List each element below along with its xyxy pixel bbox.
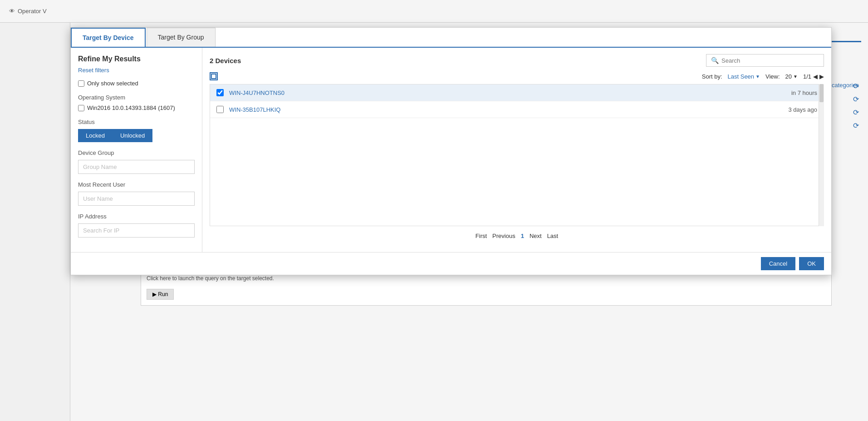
click-to-launch-label: Click here to launch the query on the ta…: [147, 275, 826, 282]
scrollbar-thumb: [819, 84, 824, 102]
os-section-label: Operating System: [78, 94, 195, 101]
view-label: View:: [765, 73, 780, 80]
device-name-2: WIN-35B107LHKIQ: [229, 106, 788, 113]
device-row[interactable]: WIN-J4U7HNOTNS0 in 7 hours: [210, 84, 824, 101]
device-checkbox-2[interactable]: [216, 106, 224, 113]
results-header: 2 Devices 🔍: [210, 54, 824, 67]
run-arrow-icon: ▶: [152, 291, 157, 297]
sort-view-controls: Sort by: Last Seen ▼ View: 20 ▼ 1/1 ◀ ▶: [702, 73, 824, 80]
next-page-link[interactable]: Next: [530, 233, 542, 239]
svg-rect-0: [211, 74, 216, 79]
sidebar: [0, 23, 70, 421]
checkbox-square-icon: [211, 74, 216, 79]
sort-value: Last Seen: [728, 73, 755, 80]
first-page-link[interactable]: First: [476, 233, 487, 239]
locked-button[interactable]: Locked: [78, 129, 113, 142]
target-device-modal: Target By Device Target By Group Refine …: [70, 27, 832, 275]
current-page-link[interactable]: 1: [521, 233, 524, 239]
prev-page-icon[interactable]: ◀: [813, 73, 818, 80]
tab-target-by-group[interactable]: Target By Group: [147, 28, 216, 47]
view-dropdown[interactable]: 20 ▼: [785, 73, 798, 80]
search-for-ip-input[interactable]: [78, 223, 195, 238]
os-checkbox[interactable]: [78, 105, 84, 111]
device-name-1: WIN-J4U7HNOTNS0: [229, 89, 791, 96]
tab-target-by-device[interactable]: Target By Device: [71, 28, 146, 47]
previous-page-link[interactable]: Previous: [492, 233, 515, 239]
user-name-input[interactable]: [78, 192, 195, 206]
refresh-icon-2[interactable]: ⟳: [853, 95, 859, 104]
modal-body: Refine My Results Reset filters Only sho…: [71, 48, 831, 252]
ok-button[interactable]: OK: [799, 257, 824, 270]
search-input[interactable]: [721, 57, 819, 64]
device-time-1: in 7 hours: [791, 89, 817, 96]
results-panel: 2 Devices 🔍 Sort by: Last Seen ▼: [202, 48, 831, 252]
next-page-icon[interactable]: ▶: [819, 73, 824, 80]
status-section-label: Status: [78, 119, 195, 125]
results-controls: Sort by: Last Seen ▼ View: 20 ▼ 1/1 ◀ ▶: [210, 72, 824, 80]
view-value: 20: [785, 73, 792, 80]
filter-title: Refine My Results: [78, 55, 195, 63]
top-bar: 👁 Operator V: [0, 0, 868, 23]
modal-footer: Cancel OK: [71, 252, 831, 275]
device-list-container: WIN-J4U7HNOTNS0 in 7 hours WIN-35B107LHK…: [210, 84, 824, 226]
refresh-icon-3[interactable]: ⟳: [853, 108, 859, 117]
results-count: 2 Devices: [210, 57, 241, 64]
scrollbar[interactable]: [819, 84, 824, 226]
group-name-input[interactable]: [78, 160, 195, 174]
pagination-label: 1/1: [803, 73, 811, 80]
refresh-icons-area: ⟳ ⟳ ⟳ ⟳: [853, 82, 859, 130]
only-show-label: Only show selected: [87, 80, 138, 87]
select-all-checkbox[interactable]: [210, 72, 218, 80]
only-show-selected-row: Only show selected: [78, 80, 195, 87]
refresh-icon-4[interactable]: ⟳: [853, 121, 859, 130]
reset-filters-link[interactable]: Reset filters: [78, 67, 109, 74]
os-option-label: Win2016 10.0.14393.1884 (1607): [87, 104, 175, 111]
status-buttons: Locked Unlocked: [78, 129, 195, 142]
device-time-2: 3 days ago: [788, 106, 817, 113]
device-group-label: Device Group: [78, 149, 195, 156]
os-option-row: Win2016 10.0.14393.1884 (1607): [78, 104, 195, 111]
ip-address-label: IP Address: [78, 213, 195, 220]
view-chevron-icon: ▼: [793, 74, 798, 79]
run-button[interactable]: ▶ Run: [147, 289, 174, 300]
search-box-wrap: 🔍: [706, 54, 824, 67]
cancel-button[interactable]: Cancel: [761, 257, 795, 270]
operator-badge: 👁 Operator V: [9, 8, 47, 15]
search-icon: 🔍: [711, 57, 719, 64]
sort-dropdown[interactable]: Last Seen ▼: [728, 73, 760, 80]
sort-by-label: Sort by:: [702, 73, 722, 80]
device-list: WIN-J4U7HNOTNS0 in 7 hours WIN-35B107LHK…: [210, 84, 824, 226]
modal-tabs: Target By Device Target By Group: [71, 28, 831, 48]
filter-panel: Refine My Results Reset filters Only sho…: [71, 48, 202, 252]
only-show-checkbox[interactable]: [78, 80, 84, 87]
last-page-link[interactable]: Last: [547, 233, 559, 239]
device-checkbox-1[interactable]: [216, 89, 224, 96]
unlocked-button[interactable]: Unlocked: [113, 129, 152, 142]
pagination-mini: 1/1 ◀ ▶: [803, 73, 824, 80]
sort-chevron-icon: ▼: [755, 74, 760, 79]
most-recent-user-label: Most Recent User: [78, 181, 195, 188]
pagination-bar: First Previous 1 Next Last: [210, 226, 824, 246]
eye-icon: 👁: [9, 8, 15, 15]
device-row[interactable]: WIN-35B107LHKIQ 3 days ago: [210, 101, 824, 118]
operator-label: Operator V: [18, 8, 47, 15]
